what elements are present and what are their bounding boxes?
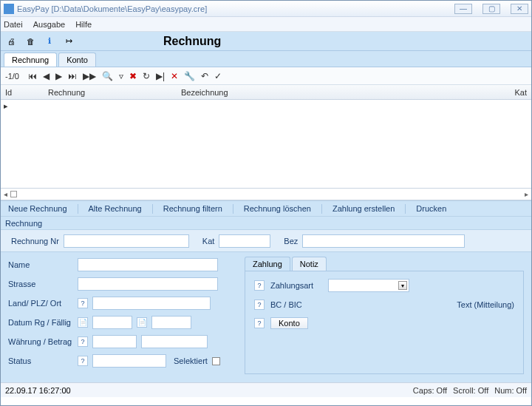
input-strasse[interactable] — [78, 277, 218, 291]
label-datum: Datum Rg / Fällig — [8, 318, 73, 327]
close-button[interactable]: ✕ — [511, 4, 528, 14]
help-waehrung-icon[interactable]: ? — [78, 336, 88, 347]
action-rechnung-loeschen[interactable]: Rechnung löschen — [241, 204, 314, 213]
date-rg-picker-icon[interactable]: 📄 — [78, 317, 88, 328]
tab-rechnung[interactable]: Rechnung — [4, 53, 57, 67]
col-bezeichnung[interactable]: Bezeichnung — [181, 88, 497, 97]
delete-icon[interactable]: 🗑 — [24, 35, 36, 47]
nav-fastnext-icon[interactable]: ▶▶ — [83, 71, 96, 81]
help-konto-icon[interactable]: ? — [254, 318, 265, 328]
dropdown-zahlungsart[interactable]: ▾ — [328, 279, 409, 292]
find-icon[interactable]: 🔍 — [102, 71, 113, 81]
col-id[interactable]: Id — [5, 88, 48, 97]
input-land-plz-ort[interactable] — [92, 297, 211, 310]
label-kat: Kat — [202, 237, 215, 246]
nav-next-icon[interactable]: ▶ — [55, 71, 62, 81]
nav-first-icon[interactable]: ⏮ — [28, 71, 37, 81]
input-betrag[interactable] — [141, 335, 208, 348]
nav-prev-icon[interactable]: ◀ — [43, 71, 50, 81]
menu-help[interactable]: Hilfe — [75, 20, 92, 29]
undo-icon[interactable]: ↶ — [201, 71, 208, 81]
scroll-thumb[interactable] — [10, 191, 17, 197]
main-toolbar: 🖨 🗑 ℹ ↦ Rechnung — [1, 32, 531, 51]
status-bar: 22.09.17 16:27:00 Caps: Off Scroll: Off … — [1, 382, 531, 397]
section-header: Rechnung — [1, 217, 531, 230]
col-kat[interactable]: Kat — [497, 88, 527, 97]
window-title: EasyPay [D:\Data\Dokumente\EasyPay\easyp… — [17, 4, 454, 13]
input-bez[interactable] — [302, 234, 465, 248]
action-drucken[interactable]: Drucken — [413, 204, 449, 213]
main-tabs: Rechnung Konto — [1, 51, 531, 67]
checkbox-selektiert[interactable] — [212, 357, 220, 365]
pager-text: -1/0 — [5, 72, 19, 81]
action-alte-rechnung[interactable]: Alte Rechnung — [86, 204, 145, 213]
print-icon[interactable]: 🖨 — [5, 35, 17, 47]
chevron-down-icon: ▾ — [398, 281, 407, 290]
help-zahlungsart-icon[interactable]: ? — [254, 280, 265, 291]
label-bez: Bez — [284, 237, 298, 246]
scroll-right-icon[interactable]: ▸ — [525, 190, 528, 198]
button-konto[interactable]: Konto — [270, 317, 308, 329]
grid-footer: ◂ ▸ — [1, 189, 531, 200]
record-navigator: -1/0 ⏮ ◀ ▶ ⏭ ▶▶ 🔍 ▿ ✖ ↻ ▶| ✕ 🔧 ↶ ✓ — [1, 67, 531, 85]
maximize-button[interactable]: ▢ — [482, 4, 500, 14]
status-scroll: Scroll: Off — [453, 386, 488, 395]
input-name[interactable] — [78, 258, 218, 271]
page-title: Rechnung — [163, 35, 221, 48]
label-text-mitteilung: Text (Mitteilung) — [457, 300, 514, 309]
date-faellig-picker-icon[interactable]: 📄 — [137, 317, 147, 328]
help-status-icon[interactable]: ? — [78, 356, 88, 366]
label-status: Status — [8, 356, 73, 365]
rtab-zahlung[interactable]: Zahlung — [245, 257, 290, 271]
goto-end-icon[interactable]: ▶| — [156, 71, 165, 81]
minimize-button[interactable]: — — [454, 4, 472, 14]
delete-record-icon[interactable]: ✕ — [171, 71, 178, 81]
action-neue-rechnung[interactable]: Neue Rechnung — [5, 204, 70, 213]
title-bar: EasyPay [D:\Data\Dokumente\EasyPay\easyp… — [1, 1, 531, 17]
input-waehrung[interactable] — [92, 335, 137, 348]
menu-output[interactable]: Ausgabe — [33, 20, 65, 29]
app-icon — [4, 4, 14, 14]
row-marker-icon: ▸ — [4, 101, 8, 110]
label-land-plz-ort: Land/ PLZ/ Ort — [8, 299, 73, 308]
label-rechnung-nr: Rechnung Nr — [11, 237, 59, 246]
action-bar: Neue Rechnung Alte Rechnung Rechnung fil… — [1, 200, 531, 217]
label-waehrung: Währung / Betrag — [8, 337, 73, 346]
filter-clear-icon[interactable]: ✖ — [129, 71, 137, 81]
grid-header: Id Rechnung Bezeichnung Kat — [1, 85, 531, 100]
col-rechnung[interactable]: Rechnung — [48, 88, 181, 97]
action-zahlung-erstellen[interactable]: Zahlung erstellen — [330, 204, 398, 213]
exit-icon[interactable]: ↦ — [63, 35, 75, 47]
rtab-notiz[interactable]: Notiz — [292, 257, 327, 271]
payment-pane: Zahlung Notiz ? Zahlungsart ▾ ? BC / BIC… — [245, 252, 531, 382]
input-rechnung-nr[interactable] — [64, 234, 189, 248]
confirm-icon[interactable]: ✓ — [214, 71, 222, 81]
tab-konto[interactable]: Konto — [58, 53, 96, 67]
label-bcbic: BC / BIC — [270, 300, 322, 309]
filter-icon[interactable]: ▿ — [119, 71, 123, 81]
input-kat[interactable] — [219, 234, 270, 248]
label-name: Name — [8, 260, 73, 269]
label-zahlungsart: Zahlungsart — [270, 281, 322, 290]
status-timestamp: 22.09.17 16:27:00 — [5, 386, 71, 395]
tool-icon[interactable]: 🔧 — [184, 71, 195, 81]
menu-file[interactable]: Datei — [4, 20, 23, 29]
status-num: Num: Off — [494, 386, 527, 395]
label-strasse: Strasse — [8, 280, 73, 288]
input-datum-faellig[interactable] — [151, 316, 191, 329]
refresh-icon[interactable]: ↻ — [143, 71, 150, 81]
detail-area: Name Strasse Land/ PLZ/ Ort ? Datum Rg /… — [1, 252, 531, 382]
grid-body[interactable]: ▸ — [1, 100, 531, 189]
address-form: Name Strasse Land/ PLZ/ Ort ? Datum Rg /… — [1, 252, 245, 382]
label-selektiert: Selektiert — [174, 356, 208, 365]
menu-bar: Datei Ausgabe Hilfe — [1, 17, 531, 32]
input-datum-rg[interactable] — [92, 316, 132, 329]
input-status[interactable] — [92, 354, 166, 368]
nav-last-icon[interactable]: ⏭ — [68, 71, 77, 81]
info-icon[interactable]: ℹ — [44, 35, 55, 47]
scroll-left-icon[interactable]: ◂ — [4, 190, 7, 198]
help-land-icon[interactable]: ? — [78, 298, 88, 308]
help-bcbic-icon[interactable]: ? — [254, 300, 265, 310]
action-rechnung-filtern[interactable]: Rechnung filtern — [160, 204, 225, 213]
status-caps: Caps: Off — [413, 386, 447, 395]
